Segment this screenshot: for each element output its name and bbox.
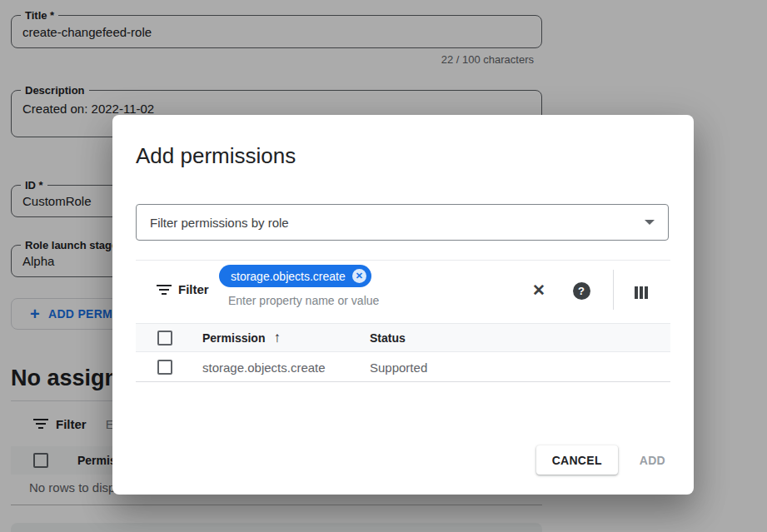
chevron-down-icon	[645, 220, 655, 225]
clear-filter-icon[interactable]: ✕	[528, 279, 550, 301]
filter-input[interactable]	[228, 294, 445, 307]
divider	[136, 260, 670, 261]
help-icon[interactable]: ?	[570, 280, 592, 301]
column-display-options-icon[interactable]	[630, 281, 652, 303]
add-button[interactable]: ADD	[640, 454, 665, 467]
role-filter-select-value: Filter permissions by role	[150, 216, 289, 230]
filter-chip-label: storage.objects.create	[231, 270, 346, 283]
sort-ascending-icon[interactable]: ↑	[273, 330, 281, 346]
filter-label: Filter	[178, 282, 209, 296]
dialog-footer: CANCEL ADD	[536, 445, 665, 475]
permission-column-header[interactable]: Permission	[202, 331, 265, 345]
status-column-header[interactable]: Status	[370, 331, 406, 345]
create-role-page: Title * create-changefeed-role 22 / 100 …	[0, 0, 767, 532]
dialog-table-header: Permission ↑ Status	[136, 324, 670, 352]
divider	[613, 270, 614, 310]
row-permission: storage.objects.create	[202, 360, 340, 375]
role-filter-select[interactable]: Filter permissions by role	[136, 204, 669, 241]
row-checkbox[interactable]	[157, 360, 172, 375]
filter-icon	[157, 285, 172, 295]
row-status: Supported	[370, 360, 427, 375]
add-permissions-dialog: Add permissions Filter permissions by ro…	[112, 115, 694, 495]
filter-chip[interactable]: storage.objects.create ✕	[219, 265, 371, 287]
dialog-title: Add permissions	[136, 143, 296, 169]
chip-remove-icon[interactable]: ✕	[352, 269, 366, 283]
cancel-button[interactable]: CANCEL	[536, 445, 618, 475]
table-row[interactable]: storage.objects.create Supported	[136, 353, 670, 382]
select-all-checkbox[interactable]	[157, 331, 172, 346]
